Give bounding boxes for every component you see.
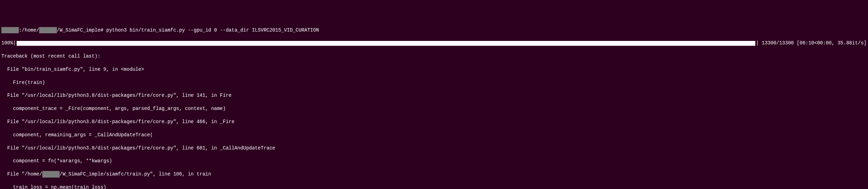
progress-bar-start: | bbox=[13, 40, 16, 46]
command-text: python3 bin/train_siamfc.py --gpu_id 0 -… bbox=[106, 27, 319, 33]
frame-file-part1: File "/home/ bbox=[1, 171, 42, 177]
progress-stats: | 13300/13300 [06:10<00:00, 35.88it/s] bbox=[756, 40, 867, 46]
prompt-path-2: /W_SimaFC_imple# bbox=[57, 27, 106, 33]
traceback-frame-code: component, remaining_args = _CallAndUpda… bbox=[1, 132, 867, 138]
progress-bar-line: 100%|| 13300/13300 [06:10<00:00, 35.88it… bbox=[1, 40, 867, 46]
traceback-frame-code: component_trace = _Fire(component, args,… bbox=[1, 105, 867, 112]
traceback-header: Traceback (most recent call last): bbox=[1, 53, 867, 60]
traceback-frame-file: File "/usr/local/lib/python3.8/dist-pack… bbox=[1, 119, 867, 125]
prompt-path-1: :/home/ bbox=[19, 27, 39, 33]
redacted-prefix: ██████ bbox=[1, 27, 19, 34]
traceback-frame-code: Fire(train) bbox=[1, 79, 867, 86]
traceback-frame-code: component = fn(*varargs, **kwargs) bbox=[1, 158, 867, 164]
traceback-frame-file: File "/home/██████/W_SimaFC_imple/siamfc… bbox=[1, 171, 867, 178]
traceback-frame-file: File "/usr/local/lib/python3.8/dist-pack… bbox=[1, 145, 867, 152]
traceback-frame-code: train_loss = np.mean(train_loss) bbox=[1, 184, 867, 189]
traceback-frame-file: File "/usr/local/lib/python3.8/dist-pack… bbox=[1, 92, 867, 99]
progress-bar-fill bbox=[17, 41, 755, 46]
frame-file-part2: /W_SimaFC_imple/siamfc/train.py", line 1… bbox=[60, 171, 211, 177]
terminal-prompt-line: ██████:/home/██████/W_SimaFC_imple# pyth… bbox=[1, 27, 867, 34]
progress-percent: 100% bbox=[1, 40, 13, 46]
traceback-frame-file: File "bin/train_siamfc.py", line 9, in <… bbox=[1, 66, 867, 73]
redacted-user: ██████ bbox=[39, 27, 57, 34]
redacted-path: ██████ bbox=[42, 171, 60, 178]
